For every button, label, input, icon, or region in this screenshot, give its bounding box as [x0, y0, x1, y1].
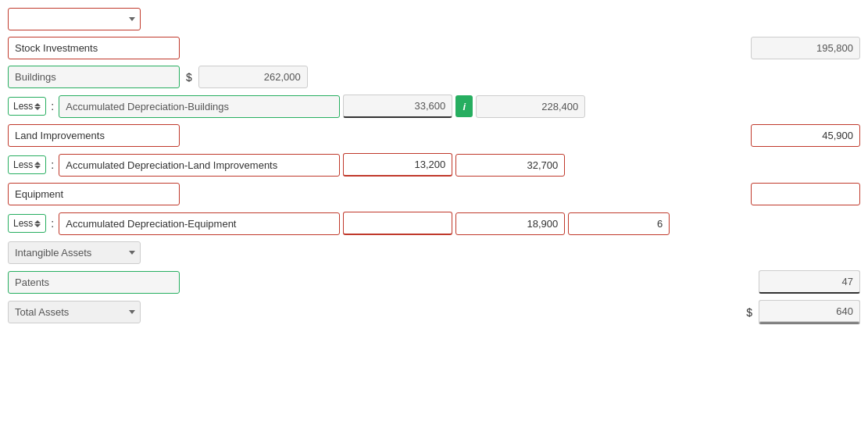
equipment-depreciation-row: Less : [8, 212, 860, 235]
land-colon: : [49, 159, 55, 171]
buildings-depreciation-value1[interactable] [343, 95, 452, 118]
equipment-less-arrow-icon [34, 220, 41, 227]
less-label-land: Less [13, 159, 33, 170]
stock-investments-input[interactable] [8, 37, 180, 59]
equipment-less-button[interactable]: Less [8, 214, 46, 233]
less-arrow-icon [34, 103, 41, 110]
equipment-colon: : [49, 217, 55, 230]
land-depreciation-value1[interactable] [343, 153, 452, 177]
land-depreciation-input[interactable] [59, 154, 340, 177]
equipment-value[interactable] [751, 183, 860, 205]
land-depreciation-row: Less : [8, 153, 860, 177]
buildings-depreciation-value2[interactable] [476, 95, 585, 118]
long-term-investments-dropdown[interactable]: Long-Term Investments [8, 8, 141, 30]
less-label: Less [13, 101, 33, 112]
less-label-eq: Less [13, 218, 33, 229]
buildings-value[interactable] [198, 66, 308, 88]
buildings-info-button[interactable]: i [455, 95, 473, 117]
buildings-depreciation-input[interactable] [59, 95, 340, 118]
equipment-depreciation-value2[interactable] [455, 212, 565, 235]
buildings-less-button[interactable]: Less [8, 97, 46, 116]
total-assets-dropdown[interactable]: Total Assets [8, 301, 141, 323]
equipment-depreciation-input[interactable] [59, 212, 340, 235]
patents-input[interactable] [8, 271, 180, 294]
patents-value[interactable] [759, 270, 860, 294]
land-improvements-input[interactable] [8, 124, 180, 147]
land-depreciation-value2[interactable] [455, 154, 565, 177]
equipment-input[interactable] [8, 183, 180, 205]
land-improvements-value[interactable] [751, 124, 860, 147]
total-assets-value[interactable] [759, 300, 860, 324]
intangible-assets-row: Intangible Assets [8, 241, 860, 264]
equipment-depreciation-value3[interactable] [568, 212, 670, 235]
long-term-investments-row: Long-Term Investments [8, 8, 860, 30]
stock-investments-row [8, 37, 860, 59]
land-less-arrow-icon [34, 162, 41, 169]
buildings-depreciation-row: Less : i [8, 95, 860, 118]
stock-investments-value[interactable] [751, 37, 860, 59]
patents-row [8, 270, 860, 294]
land-improvements-row [8, 124, 860, 147]
equipment-row [8, 183, 860, 205]
total-assets-dollar: $ [743, 306, 755, 319]
total-assets-row: Total Assets $ [8, 300, 860, 324]
land-less-button[interactable]: Less [8, 155, 46, 174]
buildings-input[interactable] [8, 66, 180, 88]
equipment-depreciation-value1[interactable] [343, 212, 452, 235]
intangible-assets-dropdown[interactable]: Intangible Assets [8, 241, 141, 264]
buildings-row: $ [8, 66, 860, 88]
buildings-dollar: $ [183, 71, 195, 84]
buildings-colon: : [49, 100, 55, 112]
